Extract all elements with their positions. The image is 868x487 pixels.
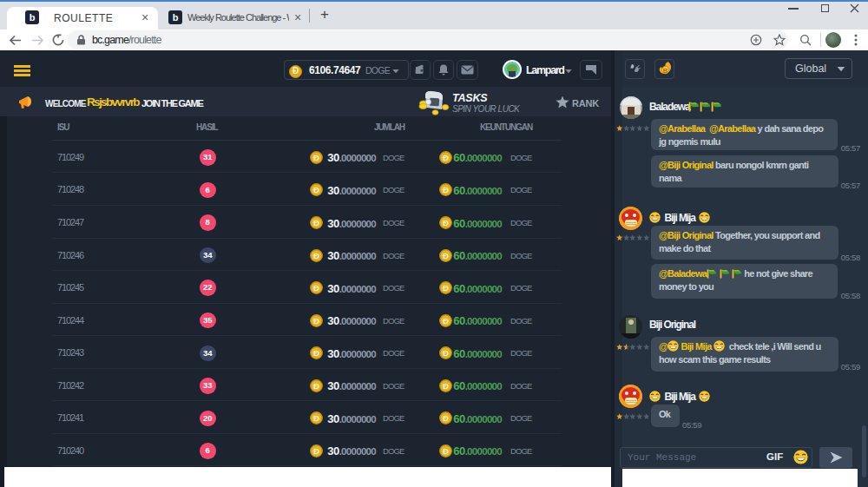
svg-text:B: B: [663, 67, 668, 75]
